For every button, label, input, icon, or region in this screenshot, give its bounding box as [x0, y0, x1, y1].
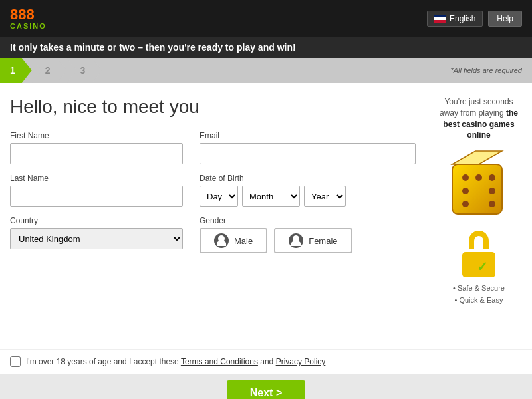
step-1[interactable]: 1	[0, 58, 32, 83]
step-3[interactable]: 3	[67, 58, 102, 83]
last-name-input[interactable]	[10, 186, 183, 207]
svg-point-7	[489, 188, 495, 194]
lock-body	[462, 252, 495, 277]
svg-marker-1	[452, 151, 502, 164]
first-name-input[interactable]	[10, 143, 183, 164]
sidebar-text: You're just seconds away from playing th…	[436, 96, 522, 141]
country-select[interactable]: United Kingdom United States Canada Aust…	[10, 228, 183, 249]
last-name-label: Last Name	[10, 174, 183, 183]
form-title: Hello, nice to meet you	[10, 96, 416, 118]
main-content: Hello, nice to meet you First Name Last …	[0, 83, 532, 349]
terms-conditions-link[interactable]: Terms and Conditions	[181, 357, 258, 366]
sidebar: You're just seconds away from playing th…	[429, 96, 522, 339]
terms-checkbox[interactable]	[10, 356, 21, 367]
country-group: Country United Kingdom United States Can…	[10, 216, 183, 249]
form-col-left: First Name Last Name Country United King…	[10, 131, 183, 263]
email-group: Email	[200, 131, 416, 164]
language-button[interactable]: English	[427, 11, 483, 27]
privacy-policy-link[interactable]: Privacy Policy	[276, 357, 326, 366]
svg-point-5	[489, 174, 495, 181]
help-button[interactable]: Help	[488, 11, 522, 27]
tagline: It only takes a minute or two – then you…	[0, 37, 532, 58]
year-select[interactable]: Year 20001999	[304, 186, 346, 207]
svg-point-4	[475, 174, 482, 181]
svg-point-3	[462, 174, 469, 181]
form-col-right: Email Date of Birth Day 123 Month Januar…	[200, 131, 416, 263]
terms-before: I'm over 18 years of age and I accept th…	[26, 357, 181, 366]
easy-label: • Quick & Easy	[453, 295, 505, 307]
header: 888 casino English Help	[0, 0, 532, 37]
terms-section: I'm over 18 years of age and I accept th…	[0, 349, 532, 374]
svg-point-9	[489, 201, 495, 207]
terms-middle: and	[258, 357, 276, 366]
female-button[interactable]: Female	[274, 228, 352, 253]
tagline-text: It only takes a minute or two – then you…	[10, 42, 296, 53]
required-note: *All fields are required	[450, 66, 522, 74]
lock-check	[474, 259, 490, 272]
terms-text: I'm over 18 years of age and I accept th…	[26, 357, 325, 366]
last-name-group: Last Name	[10, 174, 183, 207]
step-2[interactable]: 2	[32, 58, 67, 83]
logo-casino: casino	[10, 22, 47, 30]
steps-bar: 1 2 3 *All fields are required	[0, 58, 532, 83]
header-right: English Help	[427, 11, 522, 27]
lock-area: • Safe & Secure • Quick & Easy	[453, 231, 505, 306]
form-section: Hello, nice to meet you First Name Last …	[10, 96, 429, 339]
day-select[interactable]: Day 123	[200, 186, 238, 207]
logo-area: 888 casino	[10, 7, 47, 30]
female-label: Female	[309, 236, 337, 246]
email-label: Email	[200, 131, 416, 140]
gender-label: Gender	[200, 216, 416, 225]
dob-label: Date of Birth	[200, 174, 416, 183]
female-icon	[289, 233, 303, 248]
dob-row: Day 123 Month JanuaryFebruary Year 20001…	[200, 186, 416, 207]
flag-icon	[434, 15, 446, 23]
dice-image	[442, 148, 515, 221]
gender-row: Male Female	[200, 228, 416, 253]
male-icon	[214, 233, 229, 248]
logo-888: 888	[10, 7, 35, 22]
form-columns: First Name Last Name Country United King…	[10, 131, 416, 263]
male-label: Male	[234, 236, 253, 246]
email-input[interactable]	[200, 143, 416, 164]
next-button[interactable]: Next >	[227, 380, 305, 399]
gender-group: Gender Male Female	[200, 216, 416, 253]
svg-point-6	[462, 188, 469, 194]
country-label: Country	[10, 216, 183, 225]
lock-text: • Safe & Secure • Quick & Easy	[453, 283, 505, 306]
lock-icon	[459, 231, 499, 277]
lock-shackle	[469, 231, 489, 249]
male-button[interactable]: Male	[200, 228, 267, 253]
footer-section: Next >	[0, 374, 532, 399]
dob-group: Date of Birth Day 123 Month JanuaryFebru…	[200, 174, 416, 207]
sidebar-intro: You're just seconds away from playing	[440, 97, 513, 118]
lang-label: English	[450, 14, 475, 23]
safe-label: • Safe & Secure	[453, 283, 505, 295]
first-name-group: First Name	[10, 131, 183, 164]
month-select[interactable]: Month JanuaryFebruary	[242, 186, 300, 207]
svg-point-8	[462, 201, 469, 207]
first-name-label: First Name	[10, 131, 183, 140]
